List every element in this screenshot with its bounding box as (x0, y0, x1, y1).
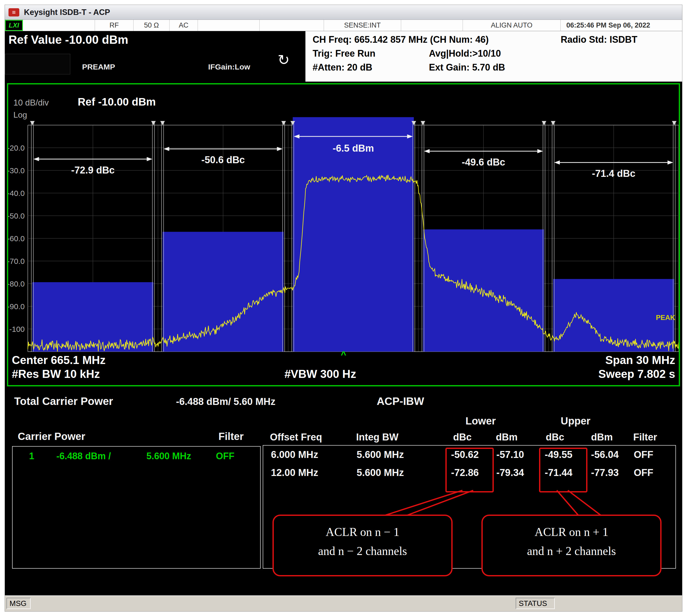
spectrum-display: 10 dB/div Ref -10.00 dBm Log -20.0-30.0-… (7, 83, 680, 387)
upper-dbm: -56.04 (591, 449, 619, 460)
arrow-right-icon (147, 157, 152, 161)
col-lower-dbm: dBm (496, 432, 518, 443)
carrier-filter: OFF (216, 451, 234, 462)
center-freq-label: Center 665.1 MHz (12, 354, 106, 367)
band-edge-arrow-icon (160, 121, 165, 125)
datetime-indicator: 06:25:46 PM Sep 06, 2022 (561, 20, 682, 31)
blank-softkey-area (5, 54, 70, 74)
lxi-indicator: LXI (5, 20, 23, 31)
status-blank-2 (198, 20, 260, 31)
total-carrier-power-value: -6.488 dBm/ 5.60 MHz (176, 396, 275, 407)
measure-label: -6.5 dBm (333, 143, 374, 154)
carrier-index: 1 (29, 451, 34, 462)
carrier-filter-header: Filter (219, 431, 244, 442)
footer-bar: MSG STATUS (5, 595, 682, 611)
ext-gain-label: Ext Gain: 5.70 dB (429, 62, 505, 73)
callout-upper-aclr: ACLR on n + 1 and n + 2 channels (481, 514, 662, 576)
avg-hold-label: Avg|Hold:>10/10 (429, 48, 501, 59)
sweep-label: Sweep 7.802 s (598, 368, 675, 380)
col-upper-dbc: dBc (546, 432, 564, 443)
status-blank-3 (260, 20, 324, 31)
impedance-indicator: 50 Ω (134, 20, 169, 31)
span-label: Span 30 MHz (605, 354, 675, 367)
carrier-power-table: 1 -6.488 dBm / 5.600 MHz OFF (12, 446, 261, 569)
lower-group-header: Lower (465, 415, 496, 427)
band-edge-arrow-icon (672, 121, 677, 125)
status-blank-1 (23, 20, 95, 31)
peak-label: PEAK (656, 314, 675, 322)
arrow-left-icon (33, 157, 39, 161)
callout-line: ACLR on n − 1 (274, 523, 451, 542)
upper-group-header: Upper (561, 415, 591, 427)
lower-dbm: -79.34 (496, 467, 524, 478)
arrow-right-icon (667, 160, 673, 164)
band-edge-arrow-icon (421, 121, 425, 125)
offset-freq: 12.00 MHz (271, 467, 318, 478)
arrow-left-icon (164, 147, 169, 151)
trig-label: Trig: Free Run (313, 48, 375, 59)
carrier-power: -6.488 dBm / (56, 451, 111, 462)
band-lower-adjacent-1 (163, 232, 284, 352)
y-tick-label: -40.0 (7, 189, 25, 197)
y-tick-label: -80.0 (7, 280, 25, 288)
y-tick-label: -90.0 (7, 302, 25, 311)
coupling-indicator: AC (169, 20, 198, 31)
highlight-upper-dbc-box (539, 448, 588, 492)
carrier-power-header: Carrier Power (18, 431, 85, 442)
acp-ibw-label: ACP-IBW (377, 395, 424, 408)
screenshot-page: ≡ Keysight ISDB-T - ACP LXI RF 50 Ω AC S… (0, 0, 687, 616)
ch-freq-label: CH Freq: 665.142 857 MHz (CH Num: 46) (313, 34, 489, 45)
align-indicator: ALIGN AUTO (463, 20, 561, 31)
band-edge-arrow-icon (30, 121, 35, 125)
offset-freq: 6.000 MHz (271, 449, 318, 460)
res-bw-label: #Res BW 10 kHz (12, 368, 100, 380)
y-tick-label: -20.0 (7, 144, 25, 152)
settings-panel: CH Freq: 665.142 857 MHz (CH Num: 46) Ra… (305, 31, 682, 82)
band-edge-arrow-icon (151, 121, 156, 125)
band-edge-arrow-icon (542, 121, 546, 125)
callout-line: ACLR on n + 1 (483, 523, 660, 542)
status-button[interactable]: STATUS (516, 598, 555, 609)
title-bar: ≡ Keysight ISDB-T - ACP (5, 5, 682, 20)
measure-label: -72.9 dBc (71, 165, 115, 176)
msg-button[interactable]: MSG (6, 598, 31, 609)
atten-label: #Atten: 20 dB (313, 62, 372, 73)
status-strip: LXI RF 50 Ω AC SENSE:INT ALIGN AUTO 06:2… (5, 20, 682, 31)
ref-level-label: Ref -10.00 dBm (78, 96, 156, 108)
spectrum-plot: -20.0-30.0-40.0-50.0-60.0-70.0-80.0-90.0… (7, 115, 680, 359)
col-integ-bw: Integ BW (356, 432, 398, 443)
ref-value-label: Ref Value -10.00 dBm (8, 33, 128, 47)
arrow-left-icon (424, 149, 430, 153)
app-icon-glyph: ≡ (12, 9, 16, 16)
filter: OFF (634, 467, 653, 478)
integ-bw: 5.600 MHz (357, 449, 404, 460)
callout-line: and n + 2 channels (483, 542, 660, 560)
continuous-sweep-icon: ↻ (278, 53, 290, 67)
carrier-bw: 5.600 MHz (146, 451, 191, 462)
y-tick-label: -30.0 (7, 166, 25, 175)
app-window: ≡ Keysight ISDB-T - ACP LXI RF 50 Ω AC S… (5, 5, 682, 612)
highlight-lower-dbc-box (445, 448, 494, 492)
band-lower-adjacent-2 (32, 282, 154, 352)
measure-label: -50.6 dBc (202, 154, 245, 165)
band-upper-adjacent-1 (423, 229, 544, 352)
bw-row: #Res BW 10 kHz #VBW 300 Hz Sweep 7.802 s (12, 368, 675, 380)
y-tick-label: -100 (9, 325, 25, 333)
vbw-label: #VBW 300 Hz (284, 368, 356, 380)
col-upper-dbm: dBm (591, 432, 613, 443)
callout-line: and n − 2 channels (274, 542, 451, 560)
measurement-bar: Ref Value -10.00 dBm PREAMP IFGain:Low ↻… (5, 31, 682, 82)
filter: OFF (634, 449, 653, 460)
callout-lower-aclr: ACLR on n − 1 and n − 2 channels (273, 514, 453, 576)
app-icon: ≡ (8, 8, 19, 17)
arrow-left-icon (554, 160, 560, 164)
measure-label: -71.4 dBc (592, 168, 636, 179)
preamp-label: PREAMP (82, 63, 115, 71)
col-filter: Filter (633, 432, 657, 443)
y-tick-label: -70.0 (7, 257, 25, 265)
window-title: Keysight ISDB-T - ACP (24, 8, 110, 17)
status-blank-4 (401, 20, 463, 31)
band-edge-arrow-icon (551, 121, 555, 125)
upper-dbm: -77.93 (591, 467, 619, 478)
band-edge-arrow-icon (281, 121, 286, 125)
